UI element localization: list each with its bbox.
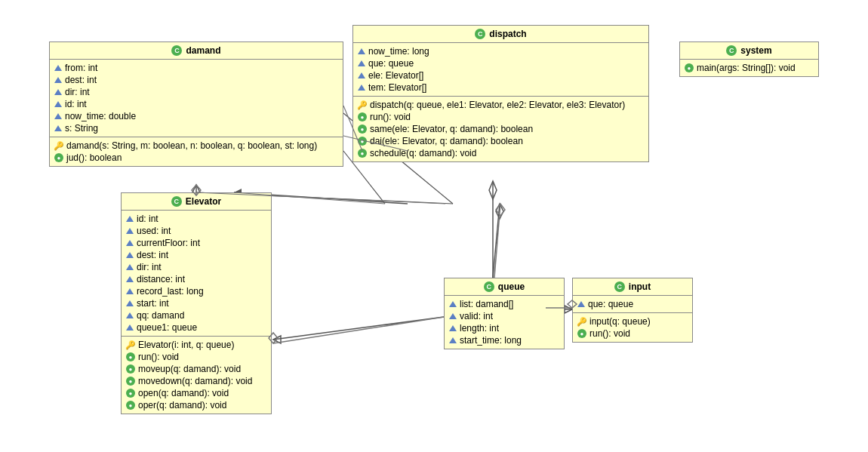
green-circle-icon: ● (126, 401, 135, 410)
method-row: ● open(q: damand): void (126, 387, 266, 399)
triangle-icon (54, 125, 62, 131)
triangle-icon (126, 240, 134, 246)
triangle-icon (54, 65, 62, 71)
triangle-icon (126, 228, 134, 234)
class-damand-header: C damand (50, 42, 343, 60)
damand-c-icon: C (171, 45, 182, 56)
class-dispatch-title: dispatch (489, 29, 526, 39)
triangle-icon (126, 252, 134, 258)
triangle-icon (54, 101, 62, 107)
class-damand-title: damand (186, 45, 220, 56)
method-row: ● dai(ele: Elevator, q: damand): boolean (358, 135, 644, 147)
green-circle-icon: ● (126, 352, 135, 361)
green-circle-icon: ● (126, 377, 135, 386)
queue-attributes: list: damand[] valid: int length: int st… (445, 296, 564, 349)
system-methods: ● main(args: String[]): void (680, 60, 818, 76)
method-row: ● movedown(q: damand): void (126, 375, 266, 387)
triangle-icon (126, 276, 134, 282)
method-row: ● same(ele: Elevator, q: damand): boolea… (358, 123, 644, 135)
attr-row: dest: int (126, 249, 266, 261)
key-icon: 🔑 (577, 317, 586, 326)
attr-row: record_last: long (126, 285, 266, 297)
attr-row: dir: int (126, 261, 266, 273)
class-queue: C queue list: damand[] valid: int length… (444, 278, 565, 349)
attr-row: qq: damand (126, 309, 266, 321)
method-row: ● main(args: String[]): void (685, 62, 814, 74)
class-elevator-header: C Elevator (122, 193, 271, 211)
damand-attributes: from: int dest: int dir: int id: int now… (50, 60, 343, 137)
method-row: ● moveup(q: damand): void (126, 363, 266, 375)
attr-row: start: int (126, 297, 266, 309)
queue-c-icon: C (484, 281, 494, 292)
dispatch-c-icon: C (475, 29, 485, 39)
green-circle-icon: ● (577, 329, 586, 338)
elevator-methods: 🔑 Elevator(i: int, q: queue) ● run(): vo… (122, 337, 271, 414)
key-icon: 🔑 (126, 340, 135, 349)
svg-marker-3 (496, 204, 503, 219)
triangle-icon (358, 60, 365, 66)
attr-row: now_time: double (54, 110, 338, 122)
dispatch-attributes: now_time: long que: queue ele: Elevator[… (353, 43, 648, 97)
svg-marker-20 (496, 204, 505, 216)
triangle-icon (577, 301, 585, 307)
svg-line-6 (273, 317, 444, 340)
attr-row: id: int (126, 213, 266, 225)
class-dispatch-header: C dispatch (353, 26, 648, 43)
method-row: 🔑 Elevator(i: int, q: queue) (126, 339, 266, 351)
elevator-c-icon: C (171, 196, 182, 207)
triangle-icon (449, 313, 457, 319)
input-c-icon: C (614, 281, 625, 292)
green-circle-icon: ● (126, 364, 135, 374)
triangle-icon (126, 312, 134, 318)
class-system: C system ● main(args: String[]): void (679, 42, 819, 77)
attr-row: length: int (449, 322, 559, 334)
class-system-header: C system (680, 42, 818, 60)
key-icon: 🔑 (358, 100, 367, 109)
attr-row: currentFloor: int (126, 237, 266, 249)
attr-row: from: int (54, 62, 338, 74)
key-icon: 🔑 (54, 141, 63, 150)
green-circle-icon: ● (54, 153, 63, 162)
triangle-icon (126, 264, 134, 270)
triangle-icon (126, 300, 134, 306)
triangle-icon (358, 85, 365, 91)
attr-row: list: damand[] (449, 298, 559, 310)
class-input: C input que: queue 🔑 input(q: queue) ● r… (572, 278, 693, 343)
svg-line-19 (494, 204, 500, 278)
attr-row: id: int (54, 98, 338, 110)
attr-row: dir: int (54, 86, 338, 98)
method-row: ● run(): void (126, 351, 266, 363)
attr-row: que: queue (358, 57, 644, 69)
class-damand: C damand from: int dest: int dir: int id… (49, 42, 343, 167)
attr-row: queue1: queue (126, 321, 266, 334)
svg-marker-9 (565, 306, 572, 313)
attr-row: distance: int (126, 273, 266, 285)
class-dispatch: C dispatch now_time: long que: queue ele… (352, 25, 649, 162)
class-input-header: C input (573, 278, 692, 296)
triangle-icon (54, 113, 62, 119)
method-row: 🔑 input(q: queue) (577, 315, 688, 327)
triangle-icon (449, 325, 457, 331)
elevator-attributes: id: int used: int currentFloor: int dest… (122, 211, 271, 337)
attr-row: used: int (126, 225, 266, 237)
attr-row: start_time: long (449, 334, 559, 346)
svg-line-2 (493, 204, 500, 278)
class-input-title: input (629, 281, 651, 292)
svg-line-21 (273, 317, 444, 343)
triangle-icon (126, 288, 134, 294)
triangle-icon (54, 77, 62, 83)
class-elevator: C Elevator id: int used: int currentFloo… (121, 192, 272, 414)
green-circle-icon: ● (685, 63, 694, 72)
attr-row: que: queue (577, 298, 688, 310)
svg-marker-14 (489, 181, 497, 199)
attr-row: valid: int (449, 310, 559, 322)
triangle-icon (126, 216, 134, 222)
triangle-icon (449, 337, 457, 343)
method-row: ● schedule(q: damand): void (358, 147, 644, 159)
green-circle-icon: ● (358, 112, 367, 121)
class-queue-header: C queue (445, 278, 564, 296)
green-circle-icon: ● (358, 137, 367, 146)
svg-marker-7 (273, 336, 281, 343)
class-elevator-title: Elevator (186, 196, 221, 207)
triangle-icon (449, 301, 457, 307)
